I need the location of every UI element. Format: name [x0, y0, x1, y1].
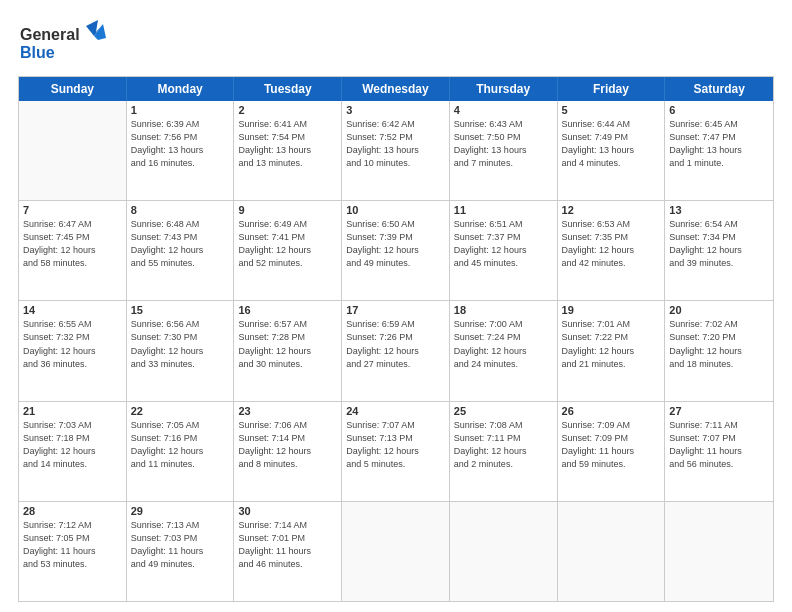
day-number: 18 — [454, 304, 553, 316]
cell-info: Sunrise: 6:55 AM Sunset: 7:32 PM Dayligh… — [23, 318, 122, 370]
day-number: 29 — [131, 505, 230, 517]
cell-info: Sunrise: 6:50 AM Sunset: 7:39 PM Dayligh… — [346, 218, 445, 270]
header-day-monday: Monday — [127, 77, 235, 101]
cell-info: Sunrise: 6:51 AM Sunset: 7:37 PM Dayligh… — [454, 218, 553, 270]
day-number: 28 — [23, 505, 122, 517]
day-number: 19 — [562, 304, 661, 316]
calendar-cell: 21Sunrise: 7:03 AM Sunset: 7:18 PM Dayli… — [19, 402, 127, 501]
day-number: 11 — [454, 204, 553, 216]
cell-info: Sunrise: 6:54 AM Sunset: 7:34 PM Dayligh… — [669, 218, 769, 270]
day-number: 12 — [562, 204, 661, 216]
cell-info: Sunrise: 7:08 AM Sunset: 7:11 PM Dayligh… — [454, 419, 553, 471]
cell-info: Sunrise: 7:07 AM Sunset: 7:13 PM Dayligh… — [346, 419, 445, 471]
day-number: 15 — [131, 304, 230, 316]
cell-info: Sunrise: 7:14 AM Sunset: 7:01 PM Dayligh… — [238, 519, 337, 571]
calendar-cell: 8Sunrise: 6:48 AM Sunset: 7:43 PM Daylig… — [127, 201, 235, 300]
cell-info: Sunrise: 6:42 AM Sunset: 7:52 PM Dayligh… — [346, 118, 445, 170]
header-day-sunday: Sunday — [19, 77, 127, 101]
day-number: 3 — [346, 104, 445, 116]
calendar-cell — [19, 101, 127, 200]
cell-info: Sunrise: 7:09 AM Sunset: 7:09 PM Dayligh… — [562, 419, 661, 471]
cell-info: Sunrise: 7:12 AM Sunset: 7:05 PM Dayligh… — [23, 519, 122, 571]
cell-info: Sunrise: 6:39 AM Sunset: 7:56 PM Dayligh… — [131, 118, 230, 170]
cell-info: Sunrise: 7:13 AM Sunset: 7:03 PM Dayligh… — [131, 519, 230, 571]
calendar-cell: 2Sunrise: 6:41 AM Sunset: 7:54 PM Daylig… — [234, 101, 342, 200]
calendar-cell — [450, 502, 558, 601]
cell-info: Sunrise: 6:41 AM Sunset: 7:54 PM Dayligh… — [238, 118, 337, 170]
day-number: 5 — [562, 104, 661, 116]
calendar-cell: 6Sunrise: 6:45 AM Sunset: 7:47 PM Daylig… — [665, 101, 773, 200]
calendar-cell: 7Sunrise: 6:47 AM Sunset: 7:45 PM Daylig… — [19, 201, 127, 300]
day-number: 24 — [346, 405, 445, 417]
calendar-cell — [665, 502, 773, 601]
day-number: 13 — [669, 204, 769, 216]
calendar-week-3: 14Sunrise: 6:55 AM Sunset: 7:32 PM Dayli… — [19, 300, 773, 400]
header-day-saturday: Saturday — [665, 77, 773, 101]
calendar-cell: 12Sunrise: 6:53 AM Sunset: 7:35 PM Dayli… — [558, 201, 666, 300]
calendar: SundayMondayTuesdayWednesdayThursdayFrid… — [18, 76, 774, 602]
calendar-cell: 25Sunrise: 7:08 AM Sunset: 7:11 PM Dayli… — [450, 402, 558, 501]
day-number: 21 — [23, 405, 122, 417]
day-number: 25 — [454, 405, 553, 417]
calendar-cell: 20Sunrise: 7:02 AM Sunset: 7:20 PM Dayli… — [665, 301, 773, 400]
cell-info: Sunrise: 6:53 AM Sunset: 7:35 PM Dayligh… — [562, 218, 661, 270]
cell-info: Sunrise: 7:11 AM Sunset: 7:07 PM Dayligh… — [669, 419, 769, 471]
day-number: 22 — [131, 405, 230, 417]
calendar-body: 1Sunrise: 6:39 AM Sunset: 7:56 PM Daylig… — [19, 101, 773, 601]
calendar-cell: 14Sunrise: 6:55 AM Sunset: 7:32 PM Dayli… — [19, 301, 127, 400]
calendar-cell: 11Sunrise: 6:51 AM Sunset: 7:37 PM Dayli… — [450, 201, 558, 300]
calendar-cell — [558, 502, 666, 601]
cell-info: Sunrise: 7:05 AM Sunset: 7:16 PM Dayligh… — [131, 419, 230, 471]
calendar-cell: 22Sunrise: 7:05 AM Sunset: 7:16 PM Dayli… — [127, 402, 235, 501]
day-number: 1 — [131, 104, 230, 116]
calendar-week-5: 28Sunrise: 7:12 AM Sunset: 7:05 PM Dayli… — [19, 501, 773, 601]
calendar-week-4: 21Sunrise: 7:03 AM Sunset: 7:18 PM Dayli… — [19, 401, 773, 501]
svg-text:General: General — [20, 26, 80, 43]
day-number: 7 — [23, 204, 122, 216]
cell-info: Sunrise: 6:49 AM Sunset: 7:41 PM Dayligh… — [238, 218, 337, 270]
day-number: 23 — [238, 405, 337, 417]
calendar-cell: 23Sunrise: 7:06 AM Sunset: 7:14 PM Dayli… — [234, 402, 342, 501]
day-number: 26 — [562, 405, 661, 417]
cell-info: Sunrise: 6:43 AM Sunset: 7:50 PM Dayligh… — [454, 118, 553, 170]
calendar-cell: 9Sunrise: 6:49 AM Sunset: 7:41 PM Daylig… — [234, 201, 342, 300]
calendar-cell: 15Sunrise: 6:56 AM Sunset: 7:30 PM Dayli… — [127, 301, 235, 400]
calendar-cell: 5Sunrise: 6:44 AM Sunset: 7:49 PM Daylig… — [558, 101, 666, 200]
day-number: 14 — [23, 304, 122, 316]
day-number: 2 — [238, 104, 337, 116]
cell-info: Sunrise: 7:03 AM Sunset: 7:18 PM Dayligh… — [23, 419, 122, 471]
calendar-week-1: 1Sunrise: 6:39 AM Sunset: 7:56 PM Daylig… — [19, 101, 773, 200]
svg-text:Blue: Blue — [20, 44, 55, 61]
day-number: 9 — [238, 204, 337, 216]
calendar-cell: 30Sunrise: 7:14 AM Sunset: 7:01 PM Dayli… — [234, 502, 342, 601]
calendar-cell: 3Sunrise: 6:42 AM Sunset: 7:52 PM Daylig… — [342, 101, 450, 200]
day-number: 6 — [669, 104, 769, 116]
calendar-cell: 29Sunrise: 7:13 AM Sunset: 7:03 PM Dayli… — [127, 502, 235, 601]
cell-info: Sunrise: 7:02 AM Sunset: 7:20 PM Dayligh… — [669, 318, 769, 370]
cell-info: Sunrise: 7:00 AM Sunset: 7:24 PM Dayligh… — [454, 318, 553, 370]
calendar-cell: 28Sunrise: 7:12 AM Sunset: 7:05 PM Dayli… — [19, 502, 127, 601]
calendar-cell: 24Sunrise: 7:07 AM Sunset: 7:13 PM Dayli… — [342, 402, 450, 501]
cell-info: Sunrise: 6:56 AM Sunset: 7:30 PM Dayligh… — [131, 318, 230, 370]
calendar-cell: 13Sunrise: 6:54 AM Sunset: 7:34 PM Dayli… — [665, 201, 773, 300]
calendar-cell: 26Sunrise: 7:09 AM Sunset: 7:09 PM Dayli… — [558, 402, 666, 501]
page-header: General Blue — [18, 18, 774, 66]
logo-svg: General Blue — [18, 18, 108, 66]
calendar-cell: 4Sunrise: 6:43 AM Sunset: 7:50 PM Daylig… — [450, 101, 558, 200]
day-number: 16 — [238, 304, 337, 316]
cell-info: Sunrise: 6:47 AM Sunset: 7:45 PM Dayligh… — [23, 218, 122, 270]
calendar-cell: 16Sunrise: 6:57 AM Sunset: 7:28 PM Dayli… — [234, 301, 342, 400]
calendar-cell: 1Sunrise: 6:39 AM Sunset: 7:56 PM Daylig… — [127, 101, 235, 200]
cell-info: Sunrise: 6:44 AM Sunset: 7:49 PM Dayligh… — [562, 118, 661, 170]
cell-info: Sunrise: 7:06 AM Sunset: 7:14 PM Dayligh… — [238, 419, 337, 471]
cell-info: Sunrise: 7:01 AM Sunset: 7:22 PM Dayligh… — [562, 318, 661, 370]
calendar-week-2: 7Sunrise: 6:47 AM Sunset: 7:45 PM Daylig… — [19, 200, 773, 300]
calendar-cell: 27Sunrise: 7:11 AM Sunset: 7:07 PM Dayli… — [665, 402, 773, 501]
calendar-cell: 19Sunrise: 7:01 AM Sunset: 7:22 PM Dayli… — [558, 301, 666, 400]
calendar-header: SundayMondayTuesdayWednesdayThursdayFrid… — [19, 77, 773, 101]
day-number: 30 — [238, 505, 337, 517]
day-number: 4 — [454, 104, 553, 116]
header-day-tuesday: Tuesday — [234, 77, 342, 101]
header-day-friday: Friday — [558, 77, 666, 101]
day-number: 17 — [346, 304, 445, 316]
